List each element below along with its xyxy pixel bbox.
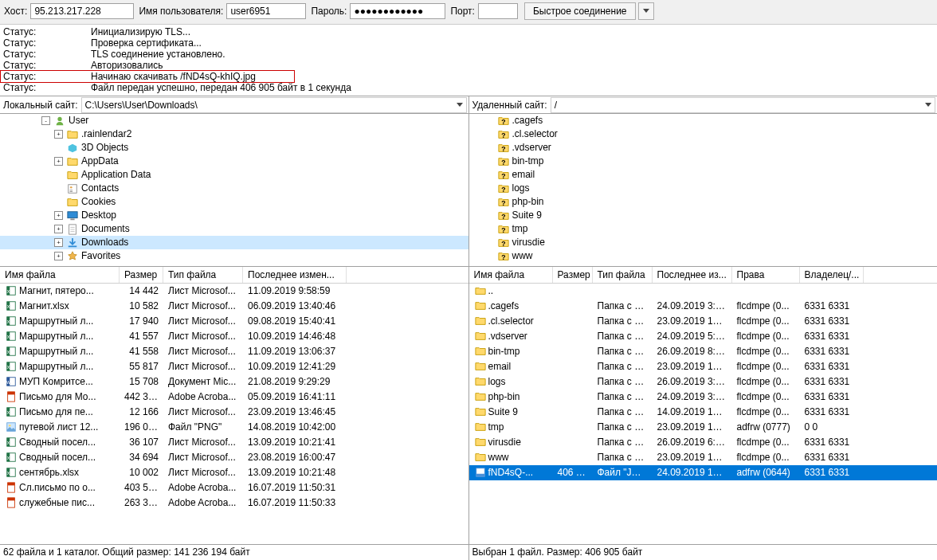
file-row[interactable]: Письмо для пе...12 166Лист Microsof...23… — [0, 405, 468, 420]
fld-icon — [474, 345, 487, 358]
file-row[interactable]: virusdieПапка с ф...26.09.2019 6:11:...f… — [469, 435, 938, 450]
file-row[interactable]: php-binПапка с ф...24.09.2019 3:01:...fl… — [469, 390, 938, 405]
file-row[interactable]: wwwПапка с ф...23.09.2019 19:5...flcdmpe… — [469, 450, 938, 465]
tree-item[interactable]: .vdserver — [469, 141, 938, 155]
cell-date: 10.09.2019 14:46:48 — [243, 329, 347, 344]
fld-icon — [474, 390, 487, 403]
cell-type: Лист Microsof... — [163, 299, 243, 314]
expand-toggle[interactable]: + — [54, 238, 63, 247]
tree-label: Suite 9 — [512, 209, 542, 222]
expand-toggle[interactable]: + — [54, 252, 63, 260]
tree-item[interactable]: -User — [0, 114, 468, 127]
file-row[interactable]: Маршрутный л...41 557Лист Microsof...10.… — [0, 329, 468, 344]
file-row[interactable]: Магнит, пятеро...14 442Лист Microsof...1… — [0, 284, 468, 299]
column-header[interactable]: Размер — [553, 267, 593, 283]
folder-icon — [66, 196, 79, 209]
tree-item[interactable]: 3D Objects — [0, 141, 468, 155]
tree-item[interactable]: php-bin — [469, 195, 938, 209]
tree-item[interactable]: +.rainlendar2 — [0, 127, 468, 141]
cell-date: 24.09.2019 5:55:... — [653, 329, 732, 344]
column-header[interactable]: Размер — [120, 267, 163, 283]
local-path-select[interactable]: C:\Users\User\Downloads\ — [81, 97, 467, 113]
cell-name: Сводный посел... — [0, 435, 120, 450]
expand-toggle[interactable]: - — [41, 116, 50, 125]
file-row[interactable]: Suite 9Папка с ф...14.09.2019 17:1...flc… — [469, 405, 938, 420]
tree-item[interactable]: logs — [469, 182, 938, 195]
tree-item[interactable]: .cagefs — [469, 114, 938, 127]
quickconnect-button[interactable]: Быстрое соединение — [524, 2, 636, 20]
pdf-icon — [5, 496, 18, 509]
file-row[interactable]: emailПапка с ф...23.09.2019 19:5...flcdm… — [469, 359, 938, 374]
file-row[interactable]: Сводный посел...36 107Лист Microsof...13… — [0, 435, 468, 450]
file-row[interactable]: .vdserverПапка с ф...24.09.2019 5:55:...… — [469, 329, 938, 344]
log-label: Статус: — [3, 26, 91, 37]
user-input[interactable] — [226, 3, 306, 19]
tree-item[interactable]: .cl.selector — [469, 127, 938, 141]
cell-own: 6331 6331 — [800, 465, 864, 480]
file-row[interactable]: .cl.selectorПапка с ф...23.09.2019 19:5.… — [469, 314, 938, 329]
file-row[interactable]: tmpПапка с ф...23.09.2019 19:5...adfrw (… — [469, 420, 938, 435]
remote-tree[interactable]: .cagefs.cl.selector.vdserverbin-tmpemail… — [469, 114, 938, 267]
expand-toggle[interactable]: + — [54, 211, 63, 220]
tree-item[interactable]: Contacts — [0, 182, 468, 195]
file-row[interactable]: Магнит.xlsx10 582Лист Microsof...06.09.2… — [0, 299, 468, 314]
file-row[interactable]: .. — [469, 284, 938, 299]
column-header[interactable]: Владелец/... — [800, 267, 864, 283]
tree-item[interactable]: Cookies — [0, 195, 468, 209]
tree-item[interactable]: bin-tmp — [469, 155, 938, 168]
tree-item[interactable]: +AppData — [0, 155, 468, 168]
column-header[interactable]: Права — [732, 267, 800, 283]
expand-toggle[interactable]: + — [54, 130, 63, 139]
tree-item[interactable]: +Documents — [0, 222, 468, 236]
file-row[interactable]: МУП Комритсе...15 708Документ Mic...21.0… — [0, 374, 468, 390]
tree-item[interactable]: +Favorites — [0, 249, 468, 263]
tree-item[interactable]: virusdie — [469, 236, 938, 249]
tree-item[interactable]: Application Data — [0, 168, 468, 182]
file-row[interactable]: Маршрутный л...17 940Лист Microsof...09.… — [0, 314, 468, 329]
local-tree[interactable]: -User+.rainlendar23D Objects+AppDataAppl… — [0, 114, 468, 267]
cell-name: Магнит.xlsx — [0, 299, 120, 314]
tree-item[interactable]: +Downloads — [0, 236, 468, 249]
tree-item[interactable]: Suite 9 — [469, 209, 938, 222]
expand-toggle[interactable]: + — [54, 157, 63, 166]
tree-item[interactable]: +Desktop — [0, 209, 468, 222]
cell-size — [553, 374, 593, 390]
column-header[interactable]: Последнее измен... — [243, 267, 347, 283]
file-row[interactable]: Письмо для Мо...442 313Adobe Acroba...05… — [0, 390, 468, 405]
file-row[interactable]: Маршрутный л...55 817Лист Microsof...10.… — [0, 359, 468, 374]
tree-item[interactable]: tmp — [469, 222, 938, 236]
tree-item[interactable]: www — [469, 249, 938, 263]
tree-item[interactable]: email — [469, 168, 938, 182]
file-row[interactable]: bin-tmpПапка с ф...26.09.2019 8:28:...fl… — [469, 344, 938, 359]
column-header[interactable]: Последнее из... — [653, 267, 732, 283]
cell-own: 6331 6331 — [800, 435, 864, 450]
cell-size — [553, 359, 593, 374]
cell-type: Папка с ф... — [593, 299, 653, 314]
remote-listview[interactable]: Имя файлаРазмерТип файлаПоследнее из...П… — [469, 267, 938, 544]
column-header[interactable]: Тип файла — [593, 267, 653, 283]
file-row[interactable]: Сводный посел...34 694Лист Microsof...23… — [0, 450, 468, 465]
file-row[interactable]: fND4sQ-...406 905Файл "JPG"24.09.2019 16… — [469, 465, 938, 480]
column-header[interactable]: Имя файла — [469, 267, 553, 283]
file-row[interactable]: сентябрь.xlsx10 002Лист Microsof...13.09… — [0, 465, 468, 480]
host-input[interactable] — [30, 3, 134, 19]
column-header[interactable]: Тип файла — [163, 267, 243, 283]
file-row[interactable]: служебные пис...263 362Adobe Acroba...16… — [0, 495, 468, 511]
file-row[interactable]: logsПапка с ф...26.09.2019 3:38:...flcdm… — [469, 374, 938, 390]
file-row[interactable]: путевой лист 12...196 007Файл "PNG"14.08… — [0, 420, 468, 435]
expand-toggle[interactable]: + — [54, 225, 63, 233]
tree-label: 3D Objects — [81, 141, 128, 155]
quickconnect-dropdown[interactable] — [638, 2, 654, 20]
fld-icon — [474, 436, 487, 448]
port-input[interactable] — [478, 3, 518, 19]
file-row[interactable]: Сл.письмо по о...403 521Adobe Acroba...1… — [0, 480, 468, 495]
q-icon — [497, 128, 510, 141]
column-header[interactable]: Имя файла — [0, 267, 120, 283]
local-listview[interactable]: Имя файлаРазмерТип файлаПоследнее измен.… — [0, 267, 468, 544]
cell-name: Письмо для пе... — [0, 405, 120, 420]
cell-date: 10.09.2019 12:41:29 — [243, 359, 347, 374]
file-row[interactable]: Маршрутный л...41 558Лист Microsof...11.… — [0, 344, 468, 359]
password-input[interactable] — [350, 3, 445, 19]
remote-path-select[interactable]: / — [551, 97, 935, 113]
file-row[interactable]: .cagefsПапка с ф...24.09.2019 3:00:...fl… — [469, 299, 938, 314]
